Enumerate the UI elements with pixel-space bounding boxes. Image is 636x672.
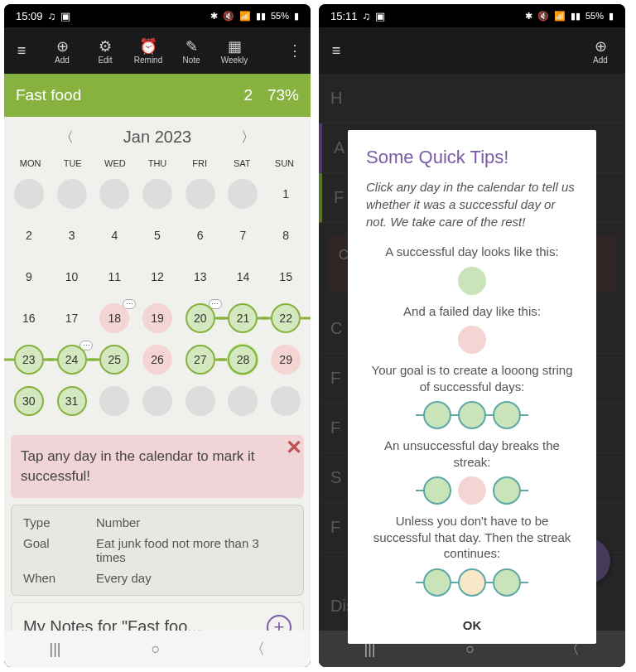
- calendar-day[interactable]: 11: [94, 259, 134, 294]
- success-dot-icon: [423, 476, 451, 505]
- info-when-label: When: [23, 571, 96, 585]
- mute-icon: 🔇: [223, 11, 234, 22]
- add-button[interactable]: ⊕ Add: [581, 37, 620, 65]
- calendar-day[interactable]: 19: [137, 301, 177, 336]
- calendar-day[interactable]: 12: [137, 259, 177, 294]
- calendar-day[interactable]: 25: [94, 342, 134, 377]
- mute-icon: 🔇: [537, 11, 549, 22]
- ok-button[interactable]: OK: [366, 605, 578, 636]
- demo-success: [366, 267, 578, 295]
- success-dot-icon: [458, 267, 486, 295]
- home-button[interactable]: ○: [152, 641, 161, 658]
- recent-apps-button[interactable]: |||: [50, 641, 61, 658]
- weekly-button[interactable]: ▦ Weekly: [214, 37, 254, 65]
- calendar-day[interactable]: 24: [52, 342, 92, 377]
- menu-icon[interactable]: ≡: [9, 42, 34, 60]
- note-icon: ✎: [186, 37, 198, 56]
- calendar-day[interactable]: 22: [266, 301, 306, 336]
- calendar-day[interactable]: 20: [181, 301, 220, 336]
- calendar-day: [181, 384, 220, 418]
- calendar-day[interactable]: 30: [9, 384, 49, 418]
- weekday-label: WED: [94, 158, 136, 168]
- prev-month-button[interactable]: 〈: [60, 128, 74, 147]
- plus-circle-icon: ⊕: [595, 37, 607, 56]
- calendar-grid: 1234567891011121314151617181920212223242…: [4, 173, 311, 428]
- add-note-button[interactable]: +: [267, 615, 292, 631]
- next-month-button[interactable]: 〉: [241, 128, 255, 147]
- toolbar-label: Edit: [98, 56, 112, 65]
- calendar-day[interactable]: 9: [9, 259, 49, 294]
- close-icon[interactable]: ✕: [286, 433, 302, 462]
- phone-screen-1: 15:09 ♫ ▣ ✱ 🔇 📶 ▮▮ 55% ▮ ≡ ⊕ Add ⚙ Edit …: [4, 4, 311, 667]
- edit-button[interactable]: ⚙ Edit: [85, 37, 125, 65]
- calendar-day: [224, 384, 263, 418]
- modal-text: And a failed day like this:: [366, 303, 578, 320]
- calendar-day: [94, 384, 134, 418]
- notes-card[interactable]: My Notes for "Fast foo... +: [11, 602, 304, 631]
- battery-text: 55%: [271, 11, 289, 21]
- calendar-day[interactable]: 13: [181, 259, 220, 294]
- modal-text: An unsuccessful day breaks the streak:: [366, 438, 578, 470]
- menu-icon[interactable]: ≡: [324, 42, 349, 60]
- calendar-day[interactable]: 6: [181, 218, 220, 253]
- gear-icon: ⚙: [99, 37, 112, 56]
- modal-text: Unless you don't have to be successful t…: [366, 513, 578, 562]
- toolbar-label: Add: [593, 56, 608, 65]
- weekday-label: SAT: [221, 158, 263, 168]
- weekday-label: TUE: [51, 158, 94, 168]
- notes-title: My Notes for "Fast foo...: [23, 617, 267, 631]
- success-dot-icon: [493, 401, 521, 429]
- calendar-day[interactable]: 14: [224, 259, 263, 294]
- calendar-day[interactable]: 27: [181, 342, 220, 377]
- skip-dot-icon: [458, 568, 486, 597]
- android-nav-bar: ||| ○ 〈: [4, 631, 311, 667]
- more-button[interactable]: ⋮: [284, 41, 306, 60]
- info-goal-value: Eat junk food not more than 3 times: [96, 536, 292, 564]
- tips-modal: Some Quick Tips! Click any day in the ca…: [348, 130, 596, 644]
- alarm-icon: ⏰: [139, 37, 157, 56]
- calendar-day[interactable]: 26: [137, 342, 177, 377]
- calendar-day[interactable]: 4: [94, 218, 134, 253]
- signal-icon: ▮▮: [256, 11, 266, 22]
- app-toolbar: ≡ ⊕ Add ⚙ Edit ⏰ Remind ✎ Note ▦ Weekly: [4, 27, 311, 74]
- habit-count: 2: [243, 86, 253, 104]
- tip-card: ✕ Tap any day in the calendar to mark it…: [11, 435, 304, 498]
- calendar-day: [137, 176, 177, 211]
- calendar-day[interactable]: 1: [266, 176, 306, 211]
- calendar-day[interactable]: 15: [266, 259, 306, 294]
- phone-screen-2: 15:11 ♫ ▣ ✱ 🔇 📶 ▮▮ 55% ▮ ≡ ⊕ Add H A F C…: [319, 4, 625, 667]
- back-button[interactable]: 〈: [250, 639, 265, 659]
- calendar-day[interactable]: 29: [266, 342, 306, 377]
- battery-icon: ▮: [294, 11, 299, 22]
- calendar-day: [94, 176, 134, 211]
- modal-intro: Click any day in the calendar to tell us…: [366, 178, 578, 230]
- calendar-day[interactable]: 7: [224, 218, 263, 253]
- habit-header[interactable]: Fast food 2 73%: [4, 74, 311, 117]
- calendar-day[interactable]: 10: [52, 259, 92, 294]
- calendar-day: [224, 176, 263, 211]
- weekday-label: FRI: [179, 158, 221, 168]
- calendar-day[interactable]: 3: [52, 218, 92, 253]
- info-type-label: Type: [23, 515, 96, 529]
- calendar-day[interactable]: 23: [9, 342, 49, 377]
- battery-text: 55%: [585, 11, 604, 21]
- remind-button[interactable]: ⏰ Remind: [128, 37, 168, 65]
- note-button[interactable]: ✎ Note: [171, 37, 211, 65]
- calendar-day[interactable]: 18: [94, 301, 134, 336]
- calendar-day[interactable]: 21: [224, 301, 263, 336]
- plus-circle-icon: ⊕: [56, 37, 69, 56]
- calendar-day[interactable]: 17: [52, 301, 92, 336]
- modal-backdrop[interactable]: Some Quick Tips! Click any day in the ca…: [319, 74, 625, 631]
- calendar-day[interactable]: 5: [137, 218, 177, 253]
- status-icon: ▣: [60, 10, 70, 22]
- calendar-day[interactable]: 8: [266, 218, 306, 253]
- weekday-headers: MONTUEWEDTHUFRISATSUN: [4, 157, 311, 173]
- demo-fail: [366, 326, 578, 354]
- calendar-day[interactable]: 16: [9, 301, 49, 336]
- calendar-day[interactable]: 28: [224, 342, 263, 377]
- calendar-day[interactable]: 2: [9, 218, 49, 253]
- info-when-value: Every day: [96, 571, 292, 585]
- demo-break: [366, 476, 578, 505]
- add-button[interactable]: ⊕ Add: [42, 37, 82, 65]
- calendar-day[interactable]: 31: [52, 384, 92, 418]
